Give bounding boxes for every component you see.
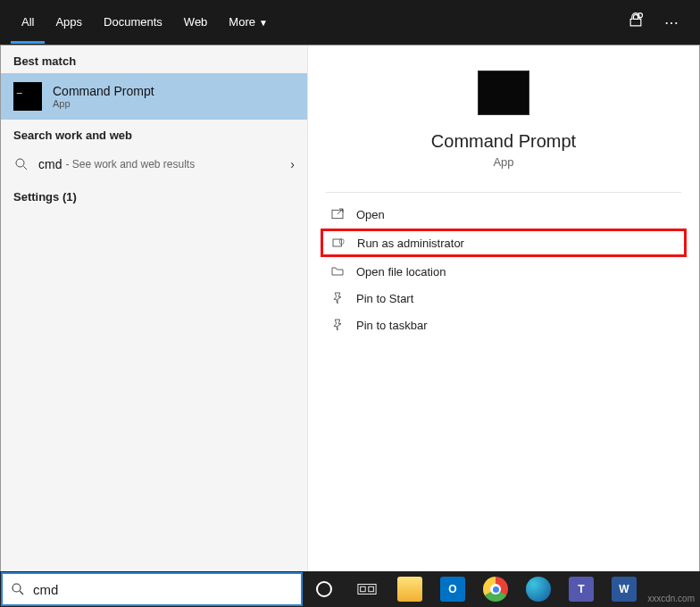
search-results-panel: Best match Command Prompt App Search wor… [0, 45, 700, 571]
more-options-icon[interactable]: ⋯ [654, 14, 689, 31]
tab-all[interactable]: All [11, 1, 45, 44]
results-list: Best match Command Prompt App Search wor… [1, 46, 308, 571]
action-label: Run as administrator [357, 237, 464, 250]
svg-rect-9 [361, 586, 366, 592]
taskbar: O T W [0, 571, 700, 607]
action-pin-to-taskbar[interactable]: Pin to taskbar [321, 312, 687, 337]
outlook-icon[interactable]: O [431, 571, 474, 607]
action-label: Pin to taskbar [356, 319, 428, 332]
action-open-file-location[interactable]: Open file location [321, 259, 687, 284]
tab-more[interactable]: More▼ [218, 1, 279, 44]
best-match-result[interactable]: Command Prompt App [1, 73, 307, 120]
search-icon [13, 156, 29, 172]
svg-line-4 [338, 209, 343, 214]
edge-icon[interactable] [517, 571, 560, 607]
result-title: Command Prompt [53, 84, 154, 98]
action-run-as-administrator[interactable]: Run as administrator [321, 229, 687, 257]
settings-header[interactable]: Settings (1) [1, 181, 307, 209]
chevron-right-icon: › [290, 157, 295, 171]
action-label: Open file location [356, 265, 446, 279]
chevron-down-icon: ▼ [259, 18, 268, 28]
result-subtitle: App [53, 98, 154, 109]
file-explorer-icon[interactable] [388, 571, 431, 607]
tab-apps[interactable]: Apps [45, 1, 93, 44]
search-icon [3, 581, 33, 597]
web-search-result[interactable]: cmd - See work and web results › [1, 147, 307, 181]
tab-documents[interactable]: Documents [93, 1, 173, 44]
tab-web[interactable]: Web [173, 1, 219, 44]
search-work-web-header: Search work and web [1, 120, 307, 147]
search-term: cmd [38, 157, 62, 171]
action-label: Open [356, 208, 385, 221]
svg-point-1 [16, 159, 24, 167]
action-open[interactable]: Open [321, 202, 687, 227]
action-label: Pin to Start [356, 292, 413, 305]
svg-point-6 [12, 584, 21, 592]
svg-line-7 [20, 591, 23, 595]
command-prompt-icon [13, 82, 42, 111]
pin-taskbar-icon [329, 318, 346, 332]
task-view-icon[interactable] [346, 571, 388, 607]
watermark: xxxcdn.com [647, 594, 695, 603]
pin-icon [329, 291, 346, 305]
command-prompt-preview-icon [478, 71, 529, 115]
search-input[interactable] [33, 582, 301, 597]
chrome-icon[interactable] [474, 571, 517, 607]
folder-icon [329, 264, 346, 279]
best-match-header: Best match [1, 46, 307, 73]
svg-rect-10 [369, 586, 374, 592]
preview-subtitle: App [308, 155, 699, 169]
result-preview: Command Prompt App Open Run as administr… [308, 46, 699, 571]
action-pin-to-start[interactable]: Pin to Start [321, 286, 687, 311]
cortana-icon[interactable] [303, 571, 346, 607]
action-list: Open Run as administrator Open file loca… [308, 193, 699, 348]
admin-shield-icon [330, 236, 346, 250]
svg-rect-5 [333, 239, 341, 246]
teams-icon[interactable]: T [560, 571, 603, 607]
taskbar-search-box[interactable] [1, 572, 303, 606]
svg-line-2 [23, 166, 27, 170]
preview-title: Command Prompt [308, 131, 699, 152]
open-icon [329, 207, 346, 221]
search-hint: - See work and web results [65, 158, 195, 170]
word-icon[interactable]: W [603, 571, 646, 607]
search-filter-tabs: All Apps Documents Web More▼ ⋯ [0, 0, 700, 45]
feedback-icon[interactable] [618, 12, 654, 33]
